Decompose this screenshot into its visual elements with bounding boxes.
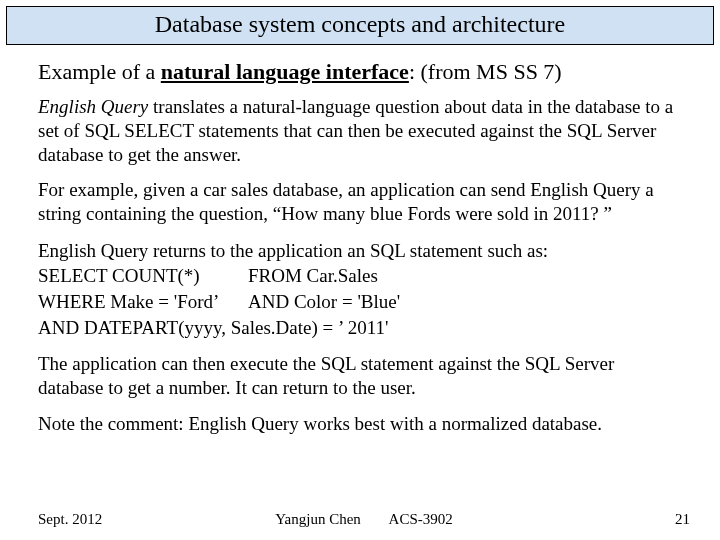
heading-term: natural language interface (161, 59, 409, 84)
sql-row-3: AND DATEPART(yyyy, Sales.Date) = ’ 2011' (38, 315, 682, 341)
footer: Sept. 2012 Yangjun Chen ACS-3902 21 (38, 511, 690, 528)
sql-row-1: SELECT COUNT(*) FROM Car.Sales (38, 263, 682, 289)
heading-prefix: Example of a (38, 59, 161, 84)
slide-content: Example of a natural language interface:… (0, 45, 720, 436)
paragraph-1-lead: English Query (38, 96, 148, 117)
paragraph-3: The application can then execute the SQL… (38, 352, 682, 400)
paragraph-1: English Query translates a natural-langu… (38, 95, 682, 166)
heading-suffix: : (from MS SS 7) (409, 59, 562, 84)
footer-center: Yangjun Chen ACS-3902 (38, 511, 690, 528)
heading: Example of a natural language interface:… (38, 59, 682, 85)
footer-author: Yangjun Chen (275, 511, 361, 527)
sql-r2c1: WHERE Make = 'Ford’ (38, 289, 248, 315)
sql-r1c1: SELECT COUNT(*) (38, 263, 248, 289)
slide: Database system concepts and architectur… (0, 6, 720, 540)
slide-title: Database system concepts and architectur… (6, 6, 714, 45)
sql-intro: English Query returns to the application… (38, 238, 682, 264)
paragraph-4: Note the comment: English Query works be… (38, 412, 682, 436)
sql-row-2: WHERE Make = 'Ford’ AND Color = 'Blue' (38, 289, 682, 315)
paragraph-2: For example, given a car sales database,… (38, 178, 682, 226)
sql-block: English Query returns to the application… (38, 238, 682, 341)
footer-course: ACS-3902 (389, 511, 453, 527)
sql-r1c2: FROM Car.Sales (248, 263, 682, 289)
sql-r2c2: AND Color = 'Blue' (248, 289, 682, 315)
